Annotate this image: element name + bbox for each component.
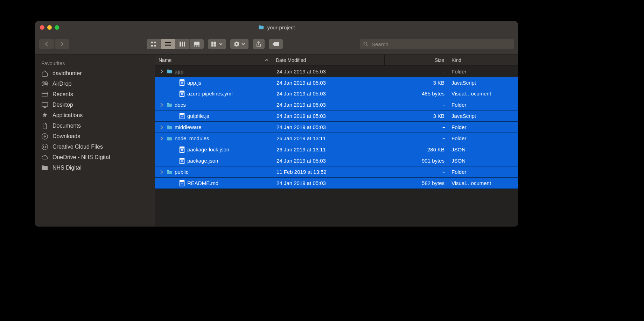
file-row[interactable]: app24 Jan 2019 at 05:03--Folder — [155, 66, 518, 77]
file-row[interactable]: package-lock.json26 Jan 2019 at 13:11286… — [155, 144, 518, 155]
disclosure-triangle[interactable] — [159, 103, 164, 107]
apps-icon — [41, 112, 48, 119]
close-button[interactable] — [40, 25, 44, 30]
file-icon — [179, 79, 185, 86]
forward-button[interactable] — [55, 39, 69, 49]
column-name[interactable]: Name — [155, 55, 272, 65]
list-view-button[interactable] — [161, 39, 175, 49]
file-row[interactable]: package.json24 Jan 2019 at 05:03901 byte… — [155, 155, 518, 166]
file-row[interactable]: azure-pipelines.yml24 Jan 2019 at 05:034… — [155, 88, 518, 99]
file-date: 24 Jan 2019 at 05:03 — [273, 91, 385, 97]
disclosure-triangle[interactable] — [159, 125, 164, 129]
file-date: 24 Jan 2019 at 05:03 — [273, 180, 385, 186]
file-icon — [179, 91, 185, 97]
file-row[interactable]: README.md24 Jan 2019 at 05:03582 bytesVi… — [155, 178, 518, 189]
svg-rect-31 — [180, 92, 184, 96]
svg-rect-21 — [42, 92, 48, 96]
home-icon — [41, 70, 48, 77]
svg-rect-9 — [184, 42, 185, 47]
file-kind: Folder — [448, 135, 518, 141]
file-list: Name Date Modified Size Kind app24 Jan 2… — [155, 55, 518, 227]
file-row[interactable]: app.js24 Jan 2019 at 05:033 KBJavaScript — [155, 77, 518, 88]
tag-icon — [272, 42, 279, 47]
svg-rect-0 — [151, 42, 153, 43]
search-field[interactable] — [360, 39, 514, 49]
file-date: 11 Feb 2019 at 13:52 — [273, 169, 385, 175]
file-kind: JSON — [448, 147, 518, 152]
chevron-down-icon — [241, 43, 245, 45]
column-kind[interactable]: Kind — [448, 55, 518, 65]
zoom-button[interactable] — [55, 25, 59, 30]
file-size: 286 KB — [385, 147, 448, 152]
file-name: gulpfile.js — [187, 113, 209, 119]
svg-point-20 — [44, 83, 46, 85]
sidebar-item-recents[interactable]: Recents — [35, 89, 155, 100]
sidebar-item-downloads[interactable]: Downloads — [35, 131, 155, 142]
file-row[interactable]: node_modules26 Jan 2019 at 13:11--Folder — [155, 133, 518, 144]
file-date: 24 Jan 2019 at 05:03 — [273, 113, 385, 119]
file-date: 24 Jan 2019 at 05:03 — [273, 102, 385, 108]
minimize-button[interactable] — [47, 25, 52, 30]
file-kind: Folder — [448, 102, 518, 108]
sort-ascending-icon — [265, 59, 268, 62]
view-mode-segment — [147, 39, 204, 49]
share-button[interactable] — [253, 39, 265, 49]
file-icon — [179, 147, 185, 153]
svg-rect-2 — [151, 45, 153, 47]
disclosure-triangle[interactable] — [159, 69, 164, 73]
sidebar: Favourites davidhunterAirDropRecentsDesk… — [35, 55, 155, 227]
file-name: app.js — [187, 80, 201, 86]
sidebar-item-airdrop[interactable]: AirDrop — [35, 79, 155, 89]
recents-icon — [41, 91, 48, 98]
file-icon — [179, 113, 185, 119]
desktop-icon — [41, 101, 48, 108]
column-size[interactable]: Size — [385, 55, 448, 65]
file-row[interactable]: public11 Feb 2019 at 13:52--Folder — [155, 166, 518, 178]
sidebar-item-onedrive-nhs-digital[interactable]: OneDrive - NHS Digital — [35, 152, 155, 163]
file-row[interactable]: gulpfile.js24 Jan 2019 at 05:033 KBJavaS… — [155, 110, 518, 122]
file-size: -- — [385, 135, 448, 141]
file-row[interactable]: docs24 Jan 2019 at 05:03--Folder — [155, 99, 518, 110]
disclosure-triangle[interactable] — [159, 136, 164, 141]
svg-rect-3 — [154, 45, 156, 47]
disclosure-triangle[interactable] — [159, 170, 164, 174]
icon-view-button[interactable] — [147, 39, 161, 49]
file-date: 24 Jan 2019 at 05:03 — [273, 80, 385, 86]
svg-line-19 — [366, 45, 368, 46]
finder-window: your-project — [35, 21, 518, 227]
sidebar-item-desktop[interactable]: Desktop — [35, 100, 155, 110]
toolbar — [35, 34, 518, 55]
docs-icon — [41, 122, 48, 129]
action-button[interactable] — [230, 39, 248, 49]
arrange-button[interactable] — [208, 39, 226, 49]
share-icon — [256, 41, 261, 47]
svg-rect-4 — [165, 42, 171, 43]
downloads-icon — [41, 133, 48, 140]
file-kind: Folder — [448, 124, 518, 130]
sidebar-item-documents[interactable]: Documents — [35, 121, 155, 131]
file-name: package.json — [187, 158, 218, 164]
search-input[interactable] — [371, 41, 510, 48]
svg-rect-37 — [180, 159, 184, 163]
svg-point-18 — [364, 42, 367, 45]
gear-icon — [234, 41, 239, 47]
file-kind: Visual…ocument — [448, 91, 518, 97]
column-view-button[interactable] — [175, 39, 190, 49]
column-date[interactable]: Date Modified — [272, 55, 385, 65]
file-name: node_modules — [175, 135, 209, 141]
file-kind: JavaScript — [448, 80, 518, 86]
folder-icon — [166, 169, 173, 175]
back-button[interactable] — [39, 39, 54, 49]
svg-rect-33 — [180, 115, 184, 119]
file-size: 901 bytes — [385, 158, 448, 164]
gallery-view-button[interactable] — [190, 39, 204, 49]
svg-rect-29 — [180, 81, 184, 85]
sidebar-item-applications[interactable]: Applications — [35, 110, 155, 121]
file-row[interactable]: middleware24 Jan 2019 at 05:03--Folder — [155, 122, 518, 133]
sidebar-item-nhs-digital[interactable]: NHS Digital — [35, 163, 155, 173]
file-kind: Folder — [448, 169, 518, 175]
tags-button[interactable] — [269, 39, 283, 49]
sidebar-item-davidhunter[interactable]: davidhunter — [35, 68, 155, 79]
titlebar[interactable]: your-project — [35, 21, 518, 34]
sidebar-item-creative-cloud-files[interactable]: Creative Cloud Files — [35, 142, 155, 152]
